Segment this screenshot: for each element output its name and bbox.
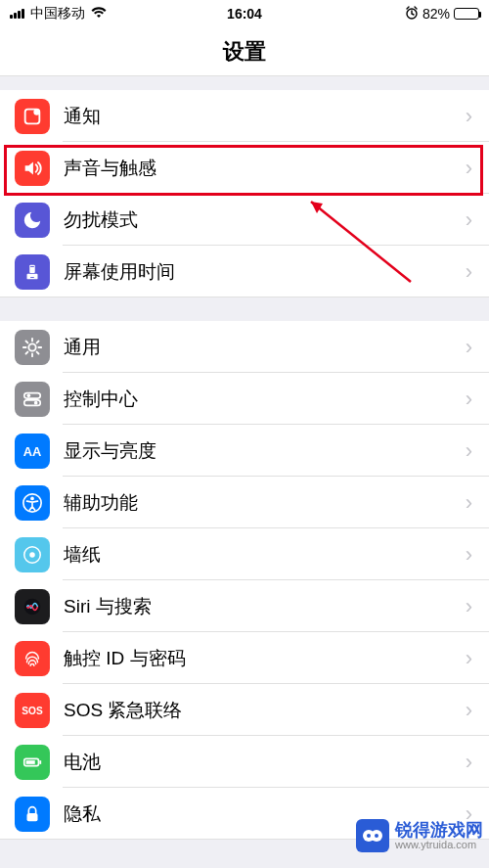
svg-rect-18 <box>26 760 35 764</box>
wallpaper-icon <box>15 537 50 572</box>
accessibility-icon <box>15 485 50 521</box>
svg-point-7 <box>27 393 31 397</box>
carrier-label: 中国移动 <box>30 5 85 23</box>
sound-icon <box>15 151 50 186</box>
notifications-icon <box>15 99 50 134</box>
settings-row[interactable]: 触控 ID 与密码 › <box>0 632 489 684</box>
svg-rect-3 <box>27 273 38 279</box>
chevron-right-icon: › <box>466 490 474 516</box>
page-title: 设置 <box>223 37 266 67</box>
general-icon <box>15 330 50 365</box>
svg-text:SOS: SOS <box>22 705 43 715</box>
signal-icon <box>10 9 24 19</box>
settings-row[interactable]: Siri 与搜索 › <box>0 580 489 632</box>
watermark: 锐得游戏网 www.ytruida.com <box>350 815 489 856</box>
svg-rect-19 <box>27 813 38 821</box>
settings-row[interactable]: 墙纸 › <box>0 528 489 580</box>
settings-row-label: 墙纸 <box>64 542 466 568</box>
battery-icon <box>454 8 479 20</box>
svg-point-25 <box>375 834 378 838</box>
nav-bar: 设置 <box>0 27 489 76</box>
chevron-right-icon: › <box>466 104 474 129</box>
settings-row[interactable]: AA 显示与亮度 › <box>0 425 489 477</box>
settings-row-label: 屏幕使用时间 <box>64 259 466 285</box>
display-icon: AA <box>15 434 50 469</box>
svg-rect-4 <box>29 264 35 272</box>
touchid-icon <box>15 641 50 676</box>
settings-row[interactable]: 勿扰模式 › <box>0 194 489 246</box>
alarm-icon <box>405 6 419 23</box>
settings-row-label: 通知 <box>64 104 466 129</box>
svg-point-5 <box>28 343 35 350</box>
svg-point-9 <box>34 400 38 404</box>
clock: 16:04 <box>227 6 262 22</box>
chevron-right-icon: › <box>466 438 474 464</box>
settings-row-label: 控制中心 <box>64 387 466 412</box>
settings-row-label: 通用 <box>64 335 466 360</box>
chevron-right-icon: › <box>466 156 474 181</box>
settings-row[interactable]: 声音与触感 › <box>0 142 489 194</box>
sos-icon: SOS <box>15 693 50 728</box>
watermark-logo-icon <box>356 819 389 852</box>
status-bar: 中国移动 16:04 82% <box>0 0 489 27</box>
settings-row[interactable]: SOS SOS 紧急联络 › <box>0 684 489 736</box>
settings-row-label: SOS 紧急联络 <box>64 698 466 723</box>
settings-row[interactable]: 通用 › <box>0 321 489 373</box>
svg-point-24 <box>367 834 371 838</box>
chevron-right-icon: › <box>466 387 474 412</box>
settings-row[interactable]: 辅助功能 › <box>0 477 489 528</box>
chevron-right-icon: › <box>466 542 474 568</box>
svg-point-13 <box>29 552 35 558</box>
svg-rect-6 <box>24 392 41 398</box>
svg-rect-17 <box>39 760 41 764</box>
battery-pct: 82% <box>422 6 450 22</box>
settings-group-2: 通用 › 控制中心 › AA 显示与亮度 › 辅助功能 › 墙纸 › Siri … <box>0 321 489 840</box>
svg-rect-8 <box>24 399 41 405</box>
chevron-right-icon: › <box>466 594 474 619</box>
settings-row-label: 勿扰模式 <box>64 207 466 233</box>
dnd-icon <box>15 203 50 238</box>
chevron-right-icon: › <box>466 259 474 285</box>
siri-icon <box>15 589 50 624</box>
svg-text:AA: AA <box>23 443 42 458</box>
settings-row-label: 声音与触感 <box>64 156 466 181</box>
settings-row[interactable]: 屏幕使用时间 › <box>0 246 489 297</box>
privacy-icon <box>15 797 50 832</box>
wifi-icon <box>91 6 107 22</box>
svg-point-12 <box>30 496 34 500</box>
watermark-title: 锐得游戏网 <box>395 821 483 840</box>
settings-row[interactable]: 控制中心 › <box>0 373 489 425</box>
chevron-right-icon: › <box>466 207 474 233</box>
chevron-right-icon: › <box>466 646 474 671</box>
settings-row-label: 辅助功能 <box>64 490 466 516</box>
chevron-right-icon: › <box>466 335 474 360</box>
settings-row-label: 电池 <box>64 750 466 775</box>
settings-row[interactable]: 通知 › <box>0 90 489 142</box>
settings-row-label: 触控 ID 与密码 <box>64 646 466 671</box>
controlcenter-icon <box>15 382 50 417</box>
svg-point-2 <box>33 109 39 114</box>
chevron-right-icon: › <box>466 698 474 723</box>
chevron-right-icon: › <box>466 750 474 775</box>
settings-row-label: Siri 与搜索 <box>64 594 466 619</box>
settings-row[interactable]: 电池 › <box>0 736 489 788</box>
settings-row-label: 显示与亮度 <box>64 438 466 464</box>
screentime-icon <box>15 254 50 290</box>
battery-icon <box>15 745 50 780</box>
watermark-url: www.ytruida.com <box>395 840 483 851</box>
settings-group-1: 通知 › 声音与触感 › 勿扰模式 › 屏幕使用时间 › <box>0 90 489 297</box>
